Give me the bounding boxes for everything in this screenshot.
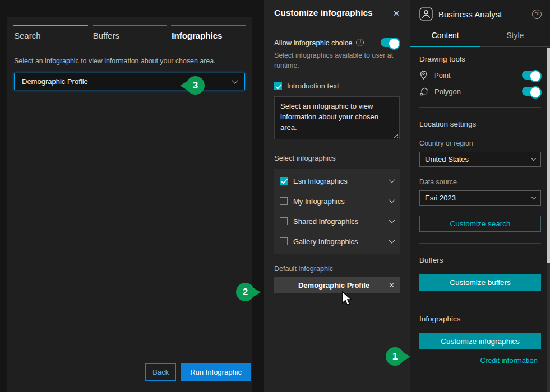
source-row-label: Shared Infographics <box>293 217 384 226</box>
resize-handle[interactable] <box>392 132 398 138</box>
tab-search[interactable]: Search <box>13 25 88 40</box>
run-infographic-button[interactable]: Run Infographic <box>181 363 251 381</box>
point-tool-row: Point <box>419 70 541 80</box>
point-tool-toggle[interactable] <box>522 71 541 80</box>
drawing-tools-heading: Drawing tools <box>419 55 541 63</box>
polygon-tool-label: Polygon <box>435 87 461 96</box>
customize-panel-title: Customize infographics <box>274 8 373 18</box>
data-source-label: Data source <box>419 178 541 186</box>
business-analyst-title: Business Analyst <box>438 10 502 19</box>
tab-buffers-label: Buffers <box>93 31 119 40</box>
source-row-shared-infographics[interactable]: Shared Infographics <box>280 211 394 231</box>
polygon-tool-row: Polygon <box>419 87 541 96</box>
step-badge-2: 2 <box>236 283 255 301</box>
customize-search-button[interactable]: Customize search <box>419 216 541 232</box>
country-label: Country or region <box>419 139 541 147</box>
chevron-down-icon <box>531 156 536 161</box>
credit-information-link[interactable]: Credit information <box>419 356 541 365</box>
help-icon[interactable]: ? <box>532 10 542 19</box>
introduction-textarea-value: Select an infographic to view informatio… <box>280 102 378 132</box>
data-source-select-value: Esri 2023 <box>425 194 456 202</box>
info-icon[interactable]: i <box>356 39 364 46</box>
wizard-actions: Back Run Infographic <box>145 363 251 381</box>
data-source-select[interactable]: Esri 2023 <box>419 190 541 206</box>
tab-infographics-label: Infographics <box>172 31 222 40</box>
introduction-textarea[interactable]: Select an infographic to view informatio… <box>274 96 400 139</box>
country-select-value: United States <box>425 155 469 164</box>
search-wizard-panel: Search Buffers Infographics Select an in… <box>7 17 252 392</box>
remove-default-icon[interactable]: ✕ <box>389 281 395 290</box>
infographic-sources-list: Esri Infographics My Infographics Shared… <box>274 169 400 254</box>
settings-tabs: Content Style <box>410 25 550 47</box>
back-button[interactable]: Back <box>145 363 176 381</box>
chevron-down-icon <box>531 195 536 199</box>
polygon-tool-toggle[interactable] <box>522 87 541 96</box>
tab-content[interactable]: Content <box>410 25 480 46</box>
default-infographic-label: Default infographic <box>274 265 400 273</box>
my-infographics-checkbox[interactable] <box>280 197 288 205</box>
source-row-label: Gallery Infographics <box>293 237 384 246</box>
business-analyst-header: Business Analyst ? <box>410 0 550 25</box>
introduction-text-label: Introduction text <box>287 82 339 90</box>
infographic-dropdown[interactable]: Demographic Profile <box>14 73 245 90</box>
source-row-label: My Infographics <box>293 197 384 206</box>
introduction-text-row[interactable]: Introduction text <box>274 82 400 90</box>
source-row-label: Esri Infographics <box>293 177 384 185</box>
tab-search-label: Search <box>14 31 41 40</box>
wizard-steps: Search Buffers Infographics <box>7 17 252 40</box>
default-infographic-value: Demographic Profile <box>279 281 389 290</box>
allow-infographic-choice-label: Allow infographic choice <box>274 39 352 47</box>
business-analyst-icon <box>419 7 433 21</box>
chevron-down-icon[interactable] <box>389 197 395 203</box>
location-settings-heading: Location settings <box>419 120 541 128</box>
buffers-heading: Buffers <box>419 256 541 264</box>
settings-content: Drawing tools Point Polygon Location set… <box>410 47 550 365</box>
source-row-gallery-infographics[interactable]: Gallery Infographics <box>280 231 394 251</box>
introduction-text-checkbox[interactable] <box>274 82 282 90</box>
customize-infographics-panel: Customize infographics ✕ Allow infograph… <box>264 0 410 392</box>
customize-panel-header: Customize infographics ✕ <box>274 0 400 18</box>
default-infographic-chip[interactable]: Demographic Profile ✕ <box>274 277 400 293</box>
gallery-infographics-checkbox[interactable] <box>280 237 288 245</box>
close-icon[interactable]: ✕ <box>392 9 400 17</box>
step-badge-3: 3 <box>186 76 205 95</box>
chevron-down-icon <box>232 77 238 83</box>
tab-infographics[interactable]: Infographics <box>171 25 246 40</box>
infographics-heading: Infographics <box>419 315 541 323</box>
scrollbar-thumb[interactable] <box>547 48 550 263</box>
allow-infographic-choice-row: Allow infographic choice i <box>274 38 400 47</box>
source-row-my-infographics[interactable]: My Infographics <box>280 191 394 211</box>
chevron-down-icon[interactable] <box>389 217 395 223</box>
allow-infographic-choice-toggle[interactable] <box>381 38 400 47</box>
chevron-down-icon[interactable] <box>389 237 395 244</box>
polygon-icon <box>419 87 428 96</box>
divider <box>419 107 541 108</box>
country-select[interactable]: United States <box>419 152 541 167</box>
divider <box>419 243 541 244</box>
customize-buffers-button[interactable]: Customize buffers <box>419 274 541 291</box>
chevron-down-icon[interactable] <box>389 177 395 183</box>
step-badge-1: 1 <box>386 347 404 366</box>
map-pin-icon <box>419 70 428 80</box>
source-row-esri-infographics[interactable]: Esri Infographics <box>280 171 394 191</box>
infographic-instruction-text: Select an infographic to view informatio… <box>14 57 245 65</box>
point-tool-label: Point <box>434 71 451 80</box>
esri-infographics-checkbox[interactable] <box>280 177 288 185</box>
allow-infographic-choice-hint: Select infographics available to user at… <box>274 51 400 71</box>
tab-buffers[interactable]: Buffers <box>93 25 167 40</box>
business-analyst-panel: Business Analyst ? Content Style Drawing… <box>410 0 550 392</box>
customize-infographics-button[interactable]: Customize infographics <box>419 333 541 349</box>
divider <box>419 302 541 302</box>
select-infographics-label: Select infographics <box>274 154 400 162</box>
shared-infographics-checkbox[interactable] <box>280 217 288 225</box>
scrollbar-track[interactable] <box>547 48 550 392</box>
tab-style[interactable]: Style <box>480 25 550 46</box>
